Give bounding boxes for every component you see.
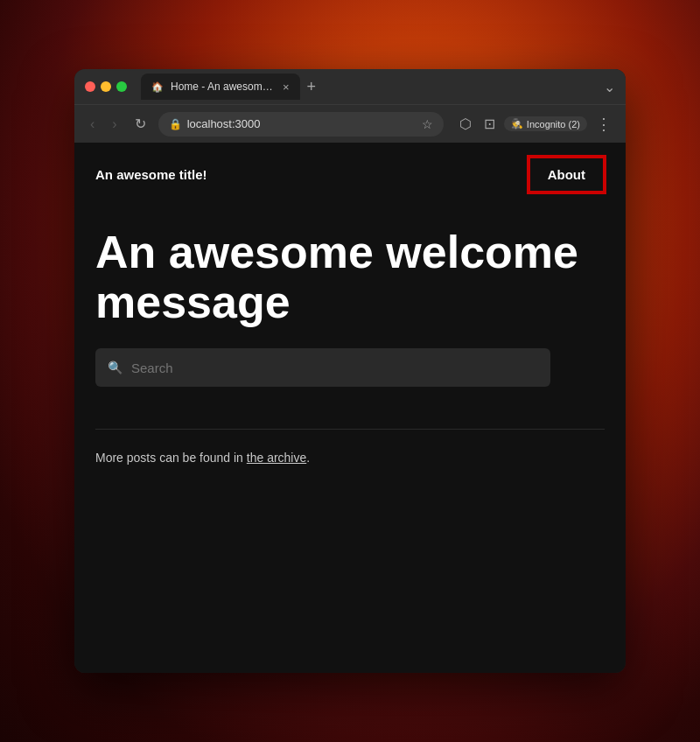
bookmark-icon[interactable]: ☆	[422, 117, 433, 131]
url-text: localhost:3000	[187, 117, 416, 130]
maximize-button[interactable]	[116, 81, 127, 92]
browser-addressbar: ‹ › ↻ 🔒 localhost:3000 ☆ ⬡ ⊡ 🕵 Incognito…	[74, 104, 626, 143]
site-footer: More posts can be found in the archive.	[74, 444, 626, 486]
minimize-button[interactable]	[101, 81, 111, 92]
toolbar-icons: ⬡ ⊡ 🕵 Incognito (2) ⋮	[456, 111, 615, 137]
address-bar[interactable]: 🔒 localhost:3000 ☆	[158, 112, 444, 136]
divider	[95, 429, 605, 430]
forward-button[interactable]: ›	[107, 114, 122, 135]
about-link[interactable]: About	[528, 157, 605, 192]
tab-title: Home - An awesome title!	[171, 80, 276, 93]
tab-bar-right-icon[interactable]: ⌄	[604, 79, 615, 95]
browser-menu-button[interactable]: ⋮	[592, 111, 615, 137]
browser-titlebar: 🏠 Home - An awesome title! × + ⌄	[74, 69, 626, 104]
tab-favicon-icon: 🏠	[151, 81, 164, 93]
search-box: 🔍	[95, 348, 550, 387]
profile-icon[interactable]: ⊡	[480, 112, 499, 136]
close-button[interactable]	[85, 81, 95, 92]
browser-tab[interactable]: 🏠 Home - An awesome title! ×	[141, 74, 300, 100]
lock-icon: 🔒	[169, 118, 182, 130]
footer-text: More posts can be found in the archive.	[95, 451, 605, 465]
browser-content: An awesome title! About An awesome welco…	[74, 143, 626, 673]
back-button[interactable]: ‹	[85, 114, 100, 135]
search-wrapper: 🔍	[95, 348, 605, 387]
tab-close-icon[interactable]: ×	[283, 80, 290, 94]
site-hero: An awesome welcome message 🔍	[74, 206, 626, 415]
footer-text-after: .	[306, 451, 310, 465]
reload-button[interactable]: ↻	[130, 114, 151, 135]
search-icon: 🔍	[108, 360, 122, 374]
traffic-lights	[85, 81, 127, 92]
search-input[interactable]	[131, 360, 538, 375]
incognito-badge[interactable]: 🕵 Incognito (2)	[504, 116, 587, 131]
hero-title: An awesome welcome message	[95, 228, 605, 327]
tab-bar: 🏠 Home - An awesome title! × +	[141, 74, 597, 100]
browser-window: 🏠 Home - An awesome title! × + ⌄ ‹ › ↻ 🔒…	[74, 69, 626, 673]
archive-link[interactable]: the archive	[247, 451, 306, 465]
footer-text-before: More posts can be found in	[95, 451, 247, 465]
incognito-icon: 🕵	[511, 118, 523, 130]
extensions-icon[interactable]: ⬡	[456, 112, 475, 136]
incognito-label: Incognito (2)	[527, 119, 580, 130]
site-title: An awesome title!	[95, 167, 207, 182]
new-tab-button[interactable]: +	[304, 79, 320, 94]
site-nav: An awesome title! About	[74, 143, 626, 206]
